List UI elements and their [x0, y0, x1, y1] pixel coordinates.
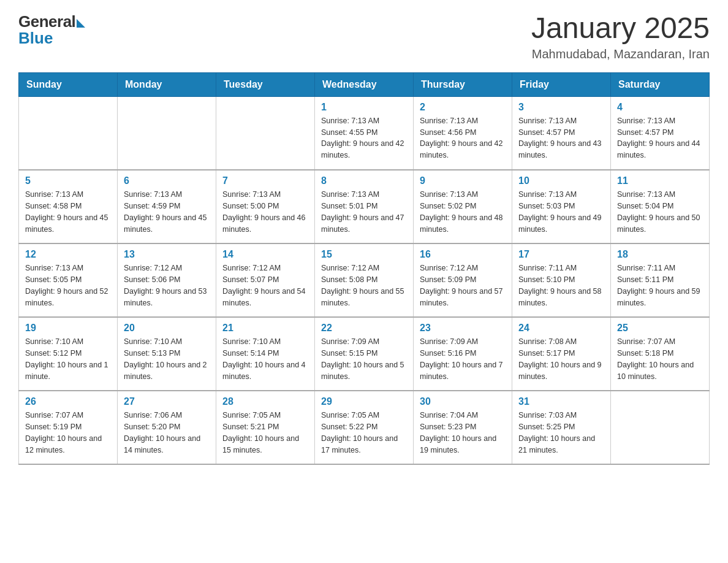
day-info: Sunrise: 7:13 AMSunset: 4:55 PMDaylight:…	[321, 115, 407, 161]
calendar-cell: 26Sunrise: 7:07 AMSunset: 5:19 PMDayligh…	[19, 391, 118, 464]
day-info: Sunrise: 7:12 AMSunset: 5:06 PMDaylight:…	[124, 262, 210, 308]
day-number: 27	[124, 396, 210, 407]
calendar-cell	[118, 96, 216, 170]
location-title: Mahmudabad, Mazandaran, Iran	[531, 47, 710, 61]
day-number: 7	[222, 175, 308, 186]
title-area: January 2025 Mahmudabad, Mazandaran, Ira…	[531, 12, 710, 61]
day-number: 31	[518, 396, 604, 407]
day-number: 24	[518, 323, 604, 334]
calendar-cell: 22Sunrise: 7:09 AMSunset: 5:15 PMDayligh…	[315, 317, 414, 391]
day-number: 28	[222, 396, 308, 407]
day-info: Sunrise: 7:06 AMSunset: 5:20 PMDaylight:…	[124, 410, 210, 456]
calendar-week-row: 26Sunrise: 7:07 AMSunset: 5:19 PMDayligh…	[19, 391, 710, 464]
calendar-cell: 6Sunrise: 7:13 AMSunset: 4:59 PMDaylight…	[118, 170, 216, 243]
calendar-week-row: 1Sunrise: 7:13 AMSunset: 4:55 PMDaylight…	[19, 96, 710, 170]
day-info: Sunrise: 7:03 AMSunset: 5:25 PMDaylight:…	[518, 410, 604, 456]
day-info: Sunrise: 7:13 AMSunset: 4:59 PMDaylight:…	[124, 189, 210, 235]
day-info: Sunrise: 7:13 AMSunset: 5:02 PMDaylight:…	[420, 189, 506, 235]
logo-blue-text: Blue	[18, 29, 53, 48]
day-info: Sunrise: 7:13 AMSunset: 5:01 PMDaylight:…	[321, 189, 407, 235]
day-info: Sunrise: 7:04 AMSunset: 5:23 PMDaylight:…	[420, 410, 506, 456]
day-info: Sunrise: 7:10 AMSunset: 5:13 PMDaylight:…	[124, 336, 210, 382]
calendar-week-row: 5Sunrise: 7:13 AMSunset: 4:58 PMDaylight…	[19, 170, 710, 243]
day-number: 18	[617, 249, 703, 260]
day-number: 20	[124, 323, 210, 334]
calendar-cell: 5Sunrise: 7:13 AMSunset: 4:58 PMDaylight…	[19, 170, 118, 243]
calendar-cell: 29Sunrise: 7:05 AMSunset: 5:22 PMDayligh…	[315, 391, 414, 464]
calendar-cell: 23Sunrise: 7:09 AMSunset: 5:16 PMDayligh…	[414, 317, 512, 391]
calendar-cell: 20Sunrise: 7:10 AMSunset: 5:13 PMDayligh…	[118, 317, 216, 391]
day-number: 2	[420, 102, 506, 113]
day-info: Sunrise: 7:12 AMSunset: 5:09 PMDaylight:…	[420, 262, 506, 308]
day-info: Sunrise: 7:12 AMSunset: 5:07 PMDaylight:…	[222, 262, 308, 308]
calendar-cell: 31Sunrise: 7:03 AMSunset: 5:25 PMDayligh…	[512, 391, 611, 464]
day-info: Sunrise: 7:13 AMSunset: 5:03 PMDaylight:…	[518, 189, 604, 235]
calendar-cell: 25Sunrise: 7:07 AMSunset: 5:18 PMDayligh…	[611, 317, 710, 391]
calendar-table: SundayMondayTuesdayWednesdayThursdayFrid…	[18, 72, 710, 465]
day-number: 21	[222, 323, 308, 334]
calendar-week-row: 19Sunrise: 7:10 AMSunset: 5:12 PMDayligh…	[19, 317, 710, 391]
calendar-header-wednesday: Wednesday	[315, 72, 414, 96]
day-info: Sunrise: 7:08 AMSunset: 5:17 PMDaylight:…	[518, 336, 604, 382]
calendar-cell: 28Sunrise: 7:05 AMSunset: 5:21 PMDayligh…	[216, 391, 315, 464]
calendar-cell: 14Sunrise: 7:12 AMSunset: 5:07 PMDayligh…	[216, 243, 315, 317]
calendar-header-thursday: Thursday	[414, 72, 512, 96]
calendar-header-friday: Friday	[512, 72, 611, 96]
calendar-cell: 2Sunrise: 7:13 AMSunset: 4:56 PMDaylight…	[414, 96, 512, 170]
day-info: Sunrise: 7:13 AMSunset: 5:05 PMDaylight:…	[25, 262, 111, 308]
month-title: January 2025	[531, 12, 710, 45]
calendar-cell: 18Sunrise: 7:11 AMSunset: 5:11 PMDayligh…	[611, 243, 710, 317]
day-info: Sunrise: 7:13 AMSunset: 4:57 PMDaylight:…	[518, 115, 604, 161]
logo-triangle-icon	[77, 19, 85, 28]
calendar-header-row: SundayMondayTuesdayWednesdayThursdayFrid…	[19, 72, 710, 96]
calendar-cell	[216, 96, 315, 170]
day-info: Sunrise: 7:09 AMSunset: 5:15 PMDaylight:…	[321, 336, 407, 382]
day-info: Sunrise: 7:11 AMSunset: 5:10 PMDaylight:…	[518, 262, 604, 308]
day-number: 13	[124, 249, 210, 260]
day-info: Sunrise: 7:10 AMSunset: 5:14 PMDaylight:…	[222, 336, 308, 382]
day-number: 19	[25, 323, 111, 334]
calendar-header-tuesday: Tuesday	[216, 72, 315, 96]
day-number: 10	[518, 175, 604, 186]
day-info: Sunrise: 7:13 AMSunset: 4:58 PMDaylight:…	[25, 189, 111, 235]
day-info: Sunrise: 7:13 AMSunset: 5:04 PMDaylight:…	[617, 189, 703, 235]
calendar-cell: 21Sunrise: 7:10 AMSunset: 5:14 PMDayligh…	[216, 317, 315, 391]
calendar-cell: 13Sunrise: 7:12 AMSunset: 5:06 PMDayligh…	[118, 243, 216, 317]
calendar-cell: 17Sunrise: 7:11 AMSunset: 5:10 PMDayligh…	[512, 243, 611, 317]
calendar-cell: 11Sunrise: 7:13 AMSunset: 5:04 PMDayligh…	[611, 170, 710, 243]
day-info: Sunrise: 7:13 AMSunset: 4:57 PMDaylight:…	[617, 115, 703, 161]
calendar-cell: 24Sunrise: 7:08 AMSunset: 5:17 PMDayligh…	[512, 317, 611, 391]
day-number: 14	[222, 249, 308, 260]
day-number: 9	[420, 175, 506, 186]
day-number: 15	[321, 249, 407, 260]
calendar-cell: 9Sunrise: 7:13 AMSunset: 5:02 PMDaylight…	[414, 170, 512, 243]
day-number: 5	[25, 175, 111, 186]
day-info: Sunrise: 7:07 AMSunset: 5:18 PMDaylight:…	[617, 336, 703, 382]
calendar-cell: 4Sunrise: 7:13 AMSunset: 4:57 PMDaylight…	[611, 96, 710, 170]
day-number: 6	[124, 175, 210, 186]
calendar-cell: 10Sunrise: 7:13 AMSunset: 5:03 PMDayligh…	[512, 170, 611, 243]
calendar-cell: 19Sunrise: 7:10 AMSunset: 5:12 PMDayligh…	[19, 317, 118, 391]
calendar-cell: 30Sunrise: 7:04 AMSunset: 5:23 PMDayligh…	[414, 391, 512, 464]
calendar-cell: 8Sunrise: 7:13 AMSunset: 5:01 PMDaylight…	[315, 170, 414, 243]
day-number: 25	[617, 323, 703, 334]
calendar-week-row: 12Sunrise: 7:13 AMSunset: 5:05 PMDayligh…	[19, 243, 710, 317]
day-info: Sunrise: 7:13 AMSunset: 4:56 PMDaylight:…	[420, 115, 506, 161]
page-header: General Blue January 2025 Mahmudabad, Ma…	[18, 12, 710, 61]
calendar-cell	[611, 391, 710, 464]
calendar-cell: 15Sunrise: 7:12 AMSunset: 5:08 PMDayligh…	[315, 243, 414, 317]
day-number: 30	[420, 396, 506, 407]
day-number: 4	[617, 102, 703, 113]
day-number: 3	[518, 102, 604, 113]
day-info: Sunrise: 7:05 AMSunset: 5:21 PMDaylight:…	[222, 410, 308, 456]
calendar-cell: 27Sunrise: 7:06 AMSunset: 5:20 PMDayligh…	[118, 391, 216, 464]
day-number: 29	[321, 396, 407, 407]
day-info: Sunrise: 7:13 AMSunset: 5:00 PMDaylight:…	[222, 189, 308, 235]
day-number: 16	[420, 249, 506, 260]
day-number: 11	[617, 175, 703, 186]
calendar-cell: 16Sunrise: 7:12 AMSunset: 5:09 PMDayligh…	[414, 243, 512, 317]
day-number: 17	[518, 249, 604, 260]
calendar-header-saturday: Saturday	[611, 72, 710, 96]
day-info: Sunrise: 7:12 AMSunset: 5:08 PMDaylight:…	[321, 262, 407, 308]
calendar-header-sunday: Sunday	[19, 72, 118, 96]
